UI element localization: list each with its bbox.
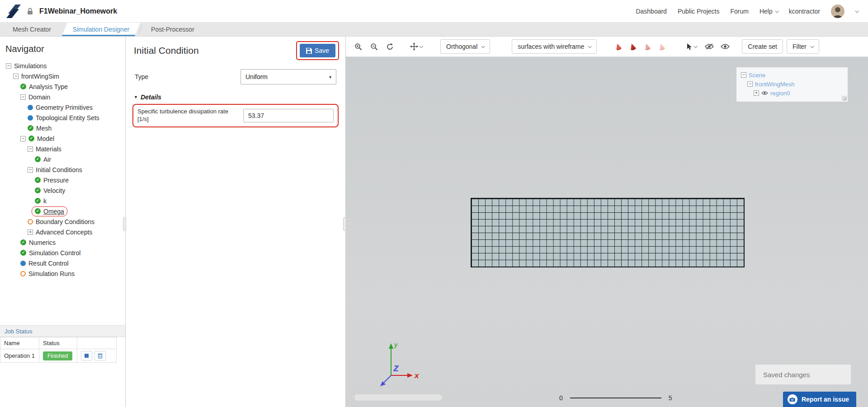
collapse-box-icon[interactable]: − <box>6 63 11 69</box>
collapse-box-icon[interactable]: − <box>28 146 33 152</box>
nav-help[interactable]: Help <box>760 8 778 15</box>
tree-item-simulation-runs[interactable]: Simulation Runs <box>0 268 125 279</box>
collapse-box-icon[interactable]: − <box>741 72 746 78</box>
select-tool-button[interactable] <box>683 41 699 53</box>
type-label: Type <box>135 73 148 80</box>
tree-item-label: Velocity <box>43 187 65 194</box>
collapse-box-icon[interactable]: − <box>20 136 26 141</box>
scene-tree-item-scene[interactable]: − Scene <box>738 70 846 80</box>
viewport-scrollbar[interactable] <box>354 394 443 401</box>
panel-resize-handle[interactable] <box>123 217 126 231</box>
tree-item-frontwingsim[interactable]: −frontWingSim <box>0 71 125 81</box>
tree-item-initial-conditions[interactable]: −Initial Conditions <box>0 164 125 175</box>
delete-job-button[interactable] <box>94 351 106 360</box>
tab-simulation-designer[interactable]: Simulation Designer <box>62 23 140 36</box>
collapse-box-icon[interactable]: − <box>13 74 19 79</box>
tree-item-boundary-conditions[interactable]: Boundary Conditions <box>0 216 125 227</box>
scene-tree-item-region0[interactable]: + region0 <box>738 89 846 98</box>
viewport-3d[interactable]: − Scene − frontWingMesh + region0 <box>346 57 868 407</box>
tree-item-simulations[interactable]: −Simulations <box>0 61 125 71</box>
axes-triad: y x z <box>373 337 423 389</box>
tree-item-materials[interactable]: −Materials <box>0 144 125 154</box>
user-menu-chevron-icon[interactable] <box>855 9 859 13</box>
navigator-tree: −Simulations−frontWingSim✓Analysis Type−… <box>0 61 125 279</box>
nav-forum[interactable]: Forum <box>731 8 749 15</box>
status-set-icon <box>28 105 33 110</box>
tree-item-mesh[interactable]: ✓Mesh <box>0 123 125 133</box>
top-bar-left: F1Webinar_Homework <box>6 5 117 18</box>
tree-item-numerics[interactable]: ✓Numerics <box>0 237 125 248</box>
tab-mesh-creator[interactable]: Mesh Creator <box>2 23 62 36</box>
stop-job-button[interactable] <box>81 351 92 360</box>
type-select[interactable]: Uniform ▾ <box>241 69 336 84</box>
job-status-title: Job Status <box>0 325 125 337</box>
tree-item-label: Initial Conditions <box>36 166 82 173</box>
status-set-icon <box>28 115 33 121</box>
cone-tool-button-2[interactable] <box>627 41 639 53</box>
status-complete-icon: ✓ <box>35 177 41 183</box>
tree-item-label: Simulation Control <box>29 249 80 257</box>
tree-item-air[interactable]: ✓Air <box>0 154 125 164</box>
tree-item-result-control[interactable]: Result Control <box>0 258 125 268</box>
settings-panel: Initial Condition Save Type Uniform ▾ <box>126 37 346 407</box>
tab-post-processor[interactable]: Post-Processor <box>140 23 205 36</box>
collapse-box-icon[interactable]: − <box>747 81 753 87</box>
tree-item-label: Omega <box>43 208 64 215</box>
scene-tree-resize-grip[interactable] <box>842 96 847 101</box>
tree-item-label: Domain <box>28 94 50 101</box>
app-logo-icon[interactable] <box>6 5 21 18</box>
tree-item-omega[interactable]: ✓Omega <box>0 206 125 216</box>
nav-public-projects[interactable]: Public Projects <box>678 8 720 15</box>
tree-item-simulation-control[interactable]: ✓Simulation Control <box>0 248 125 258</box>
panel-resize-handle[interactable] <box>343 217 346 231</box>
tree-item-analysis-type[interactable]: ✓Analysis Type <box>0 81 125 92</box>
cone-tool-button-3[interactable] <box>641 41 653 53</box>
tree-item-pressure[interactable]: ✓Pressure <box>0 175 125 185</box>
refresh-view-button[interactable] <box>384 41 396 53</box>
scene-tree-item-frontwingmesh[interactable]: − frontWingMesh <box>738 80 846 89</box>
user-avatar[interactable] <box>831 5 844 18</box>
tree-item-advanced-concepts[interactable]: +Advanced Concepts <box>0 227 125 237</box>
projection-select[interactable]: Orthogonal <box>440 39 490 54</box>
expand-box-icon[interactable]: + <box>754 90 759 96</box>
dissipation-rate-label: Specific turbulence dissipation rate [1/… <box>137 108 243 123</box>
tree-item-label: Simulation Runs <box>28 270 75 277</box>
tab-bar: Mesh Creator Simulation Designer Post-Pr… <box>0 23 868 37</box>
create-set-button[interactable]: Create set <box>742 39 783 54</box>
job-status-cell: Finished <box>39 349 77 363</box>
zoom-in-button[interactable] <box>352 41 364 53</box>
pan-tool-button[interactable] <box>407 41 425 53</box>
cone-icon <box>657 42 666 51</box>
trash-icon <box>98 353 103 359</box>
collapse-box-icon[interactable]: − <box>20 94 26 100</box>
tree-item-topological-entity-sets[interactable]: Topological Entity Sets <box>0 112 125 123</box>
filter-button[interactable]: Filter <box>787 39 819 54</box>
cone-tool-button-1[interactable] <box>612 41 624 53</box>
expand-box-icon[interactable]: + <box>28 229 33 235</box>
nav-username[interactable]: kcontractor <box>789 8 820 15</box>
render-mode-select[interactable]: surfaces with wireframe <box>512 39 597 54</box>
tree-item-velocity[interactable]: ✓Velocity <box>0 185 125 196</box>
details-section-toggle[interactable]: ▼ Details <box>134 94 345 101</box>
report-issue-button[interactable]: Report an issue <box>783 392 856 407</box>
collapse-box-icon[interactable]: − <box>28 167 33 173</box>
mesh-block[interactable] <box>471 198 745 267</box>
save-button[interactable]: Save <box>300 44 335 57</box>
job-status-table: Name Status Operation 1Finished <box>0 337 117 363</box>
tab-label: Post-Processor <box>151 26 194 33</box>
tab-label: Mesh Creator <box>13 26 51 33</box>
hide-selection-button[interactable] <box>703 41 715 53</box>
visibility-eye-icon[interactable] <box>761 91 768 95</box>
zoom-out-button[interactable] <box>368 41 380 53</box>
top-bar: F1Webinar_Homework Dashboard Public Proj… <box>0 0 868 23</box>
tree-item-model[interactable]: −✓Model <box>0 133 125 144</box>
dissipation-rate-input[interactable] <box>243 109 334 122</box>
tree-item-k[interactable]: ✓k <box>0 196 125 206</box>
tree-item-label: frontWingSim <box>21 73 59 80</box>
nav-dashboard[interactable]: Dashboard <box>636 8 667 15</box>
tree-item-domain[interactable]: −Domain <box>0 92 125 102</box>
pointer-icon <box>686 43 693 51</box>
tree-item-geometry-primitives[interactable]: Geometry Primitives <box>0 102 125 112</box>
show-all-button[interactable] <box>719 41 731 53</box>
cone-tool-button-4[interactable] <box>656 41 668 53</box>
